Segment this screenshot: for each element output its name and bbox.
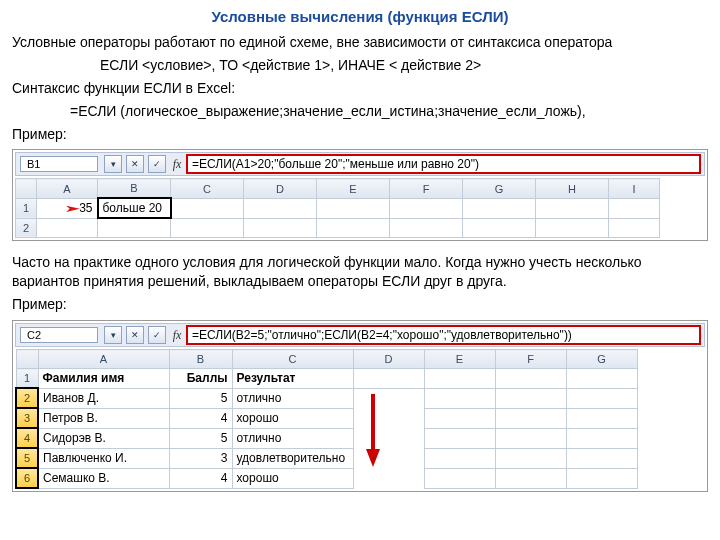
p4: =ЕСЛИ (логическое_выражение;значение_есл… xyxy=(0,100,720,123)
col-E[interactable]: E xyxy=(317,179,390,199)
hdr-name[interactable]: Фамилия имя xyxy=(38,369,169,389)
hdr-score[interactable]: Баллы xyxy=(169,369,232,389)
formula-input-2[interactable]: =ЕСЛИ(B2=5;"отлично";ЕСЛИ(B2=4;"хорошо";… xyxy=(186,325,701,345)
name-dropdown-icon[interactable]: ▾ xyxy=(104,155,122,173)
col-I[interactable]: I xyxy=(609,179,660,199)
hdr-result[interactable]: Результат xyxy=(232,369,353,389)
example-2: C2 ▾ ✕ ✓ fx =ЕСЛИ(B2=5;"отлично";ЕСЛИ(B2… xyxy=(12,320,708,492)
col-D[interactable]: D xyxy=(244,179,317,199)
table-row[interactable]: Петров В. xyxy=(38,408,169,428)
col-C[interactable]: C xyxy=(171,179,244,199)
select-all[interactable] xyxy=(16,179,37,199)
name-box[interactable]: B1 xyxy=(20,156,98,172)
row-1[interactable]: 1 xyxy=(16,198,37,218)
p2: ЕСЛИ <условие>, ТО <действие 1>, ИНАЧЕ <… xyxy=(0,54,720,77)
formula-bar-2: C2 ▾ ✕ ✓ fx =ЕСЛИ(B2=5;"отлично";ЕСЛИ(B2… xyxy=(15,323,705,347)
formula-input[interactable]: =ЕСЛИ(A1>20;"больше 20";"меньше или равн… xyxy=(186,154,701,174)
enter-icon[interactable]: ✓ xyxy=(148,155,166,173)
col-H[interactable]: H xyxy=(536,179,609,199)
cell-A1[interactable]: ➤ 35 xyxy=(37,198,98,218)
table-row[interactable]: Иванов Д. xyxy=(38,388,169,408)
col-B[interactable]: B xyxy=(98,179,171,199)
arrow-down-icon xyxy=(358,389,388,469)
table-row[interactable]: Семашко В. xyxy=(38,468,169,488)
grid-1[interactable]: A B C D E F G H I 1 ➤ 35 больше 20 2 xyxy=(15,178,660,238)
col-F[interactable]: F xyxy=(390,179,463,199)
enter-icon[interactable]: ✓ xyxy=(148,326,166,344)
col-A[interactable]: A xyxy=(37,179,98,199)
table-row[interactable]: Сидорэв В. xyxy=(38,428,169,448)
formula-bar: B1 ▾ ✕ ✓ fx =ЕСЛИ(A1>20;"больше 20";"мен… xyxy=(15,152,705,176)
grid-2[interactable]: A B C D E F G 1 Фамилия имя Баллы Резуль… xyxy=(15,349,638,489)
col-G[interactable]: G xyxy=(463,179,536,199)
cancel-icon[interactable]: ✕ xyxy=(126,326,144,344)
p3: Синтаксис функции ЕСЛИ в Excel: xyxy=(0,77,720,100)
cell-B1[interactable]: больше 20 xyxy=(98,198,171,218)
cancel-icon[interactable]: ✕ xyxy=(126,155,144,173)
fx-icon[interactable]: fx xyxy=(168,328,186,343)
p5: Пример: xyxy=(0,123,720,146)
fx-icon[interactable]: fx xyxy=(168,157,186,172)
name-box-2[interactable]: C2 xyxy=(20,327,98,343)
arrow-icon: ➤ xyxy=(64,203,80,214)
example-1: B1 ▾ ✕ ✓ fx =ЕСЛИ(A1>20;"больше 20";"мен… xyxy=(12,149,708,241)
row-2[interactable]: 2 xyxy=(16,218,37,238)
p6: Часто на практике одного условия для лог… xyxy=(0,251,720,293)
p1: Условные операторы работают по единой сх… xyxy=(0,31,720,54)
table-row[interactable]: Павлюченко И. xyxy=(38,448,169,468)
svg-marker-1 xyxy=(366,449,380,467)
name-dropdown-icon[interactable]: ▾ xyxy=(104,326,122,344)
page-title: Условные вычисления (функция ЕСЛИ) xyxy=(0,0,720,31)
p7: Пример: xyxy=(0,293,720,316)
